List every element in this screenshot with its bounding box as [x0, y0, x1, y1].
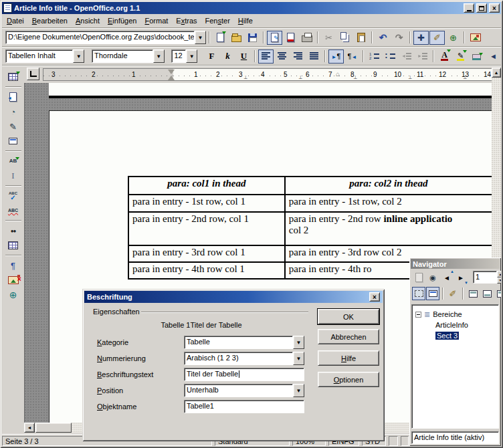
chevron-down-icon[interactable]: ▼: [186, 49, 197, 63]
open-button[interactable]: [229, 31, 244, 45]
cut-button[interactable]: ✂: [321, 31, 336, 45]
table-cell[interactable]: para in entry - 2nd row inline applicati…: [285, 212, 492, 245]
scroll-left-button[interactable]: ◄: [24, 423, 35, 433]
gallery-button[interactable]: [468, 31, 483, 45]
export-pdf-button[interactable]: [283, 31, 298, 45]
font-color-button[interactable]: A: [437, 49, 452, 64]
nav-set-reminder-button[interactable]: ✐: [446, 287, 460, 300]
font-name-combobox[interactable]: Thorndale ▼: [92, 49, 165, 63]
nonprinting-characters-button[interactable]: ¶: [5, 258, 22, 273]
menu-ansicht[interactable]: Ansicht: [72, 15, 104, 26]
beschriftungstext-input[interactable]: Titel der Tabelle: [184, 368, 304, 381]
table-cell[interactable]: para in entry - 1st row, col 1: [128, 195, 285, 212]
nav-previous-button[interactable]: ◄▲: [440, 271, 454, 284]
nav-next-button[interactable]: ►▼: [454, 271, 468, 284]
rtl-paragraph-button[interactable]: ¶◄: [344, 49, 360, 64]
navigator-title-bar[interactable]: Navigator: [411, 259, 500, 269]
ruler-margin-marker[interactable]: [168, 70, 175, 80]
nav-toggle-button[interactable]: [412, 271, 425, 284]
insert-object-button[interactable]: ◔: [5, 104, 22, 119]
nav-footer-button[interactable]: [480, 287, 494, 300]
data-sources-button[interactable]: [5, 238, 22, 253]
chevron-down-icon[interactable]: ▼: [73, 49, 84, 63]
dialog-title-bar[interactable]: Beschriftung ×: [84, 291, 383, 303]
spellcheck-button[interactable]: ABC✓: [5, 189, 22, 203]
table-header-cell[interactable]: para: col1 in thead: [128, 177, 285, 195]
objektname-input[interactable]: Tabelle1: [184, 400, 304, 413]
collapse-icon[interactable]: [415, 312, 421, 318]
undo-button[interactable]: ↶: [375, 31, 391, 45]
cancel-button[interactable]: Abbrechen: [318, 329, 379, 344]
auto-spellcheck-button[interactable]: ABC: [5, 203, 22, 218]
nummerierung-combobox[interactable]: Arabisch (1 2 3) ▼: [184, 352, 304, 365]
paragraph-style-combobox[interactable]: Tabellen Inhalt ▼: [5, 49, 84, 63]
minimize-button[interactable]: [464, 3, 474, 13]
font-size-value[interactable]: 12: [171, 49, 186, 63]
decrease-indent-button[interactable]: [399, 49, 414, 64]
redo-button[interactable]: ↷: [391, 31, 407, 45]
horizontal-ruler[interactable]: 3 2 1 1 2 3 4 5 6 7 8 9 10 11 12 13 14 ⊥…: [43, 68, 492, 81]
paragraph-style-value[interactable]: Tabellen Inhalt: [5, 49, 73, 63]
table-cell[interactable]: para in entry - 1st row, col 2: [285, 195, 492, 212]
copy-button[interactable]: [337, 31, 353, 45]
url-combobox[interactable]: D:\Eigene Dokumente\OpenOffice.org Zeugs…: [5, 31, 206, 44]
tree-item-sect3[interactable]: Sect 3: [413, 330, 497, 341]
find-replace-button[interactable]: ●●: [5, 223, 22, 238]
menu-extras[interactable]: Extras: [172, 15, 201, 26]
scrollbar-thumb[interactable]: [35, 423, 72, 433]
hyperlink-button[interactable]: ⊕: [445, 31, 461, 45]
nav-content-view-button[interactable]: [426, 287, 439, 300]
tree-item-articleinfo[interactable]: ArticleInfo: [413, 320, 497, 330]
font-size-combobox[interactable]: 12 ▼: [171, 49, 197, 63]
title-bar[interactable]: Article Info title - OpenOffice.org 1.1 …: [2, 2, 501, 14]
navigator-document-list[interactable]: Article Info title (aktiv): [411, 431, 499, 444]
form-functions-button[interactable]: [5, 134, 22, 148]
position-combobox[interactable]: Unterhalb ▼: [184, 384, 304, 397]
right-indent-marker[interactable]: ⌂: [336, 71, 340, 78]
draw-functions-button[interactable]: ✎: [5, 119, 22, 134]
help-button[interactable]: Hilfe: [318, 350, 379, 366]
align-left-button[interactable]: [258, 49, 274, 64]
bullet-list-button[interactable]: [383, 49, 398, 64]
table-cell[interactable]: para in entry - 2nd row, col 1: [128, 212, 285, 245]
url-dropdown-button[interactable]: ▼: [195, 31, 206, 44]
font-name-value[interactable]: Thorndale: [92, 49, 153, 63]
chevron-down-icon[interactable]: ▼: [293, 336, 304, 349]
save-button[interactable]: [245, 31, 260, 45]
toolbar-scroll-left-button[interactable]: ◄: [486, 49, 501, 64]
numbered-list-button[interactable]: [367, 49, 382, 64]
navigator-tree[interactable]: ≣ Bereiche ArticleInfo Sect 3: [411, 304, 499, 429]
direct-cursor-button[interactable]: I: [5, 169, 22, 183]
menu-format[interactable]: Format: [140, 15, 172, 26]
insert-table-button[interactable]: [5, 70, 22, 84]
edit-file-button[interactable]: ✎: [267, 31, 282, 45]
menu-datei[interactable]: Datei: [3, 15, 28, 26]
increase-indent-button[interactable]: [415, 49, 430, 64]
tree-label-selected[interactable]: Sect 3: [435, 332, 459, 340]
print-button[interactable]: [299, 31, 314, 45]
menu-hilfe[interactable]: Hilfe: [234, 15, 257, 26]
stylist-toggle-button[interactable]: ✐: [429, 31, 445, 45]
italic-button[interactable]: k: [220, 49, 235, 64]
paste-button[interactable]: [353, 31, 369, 45]
tree-label[interactable]: ArticleInfo: [435, 321, 468, 329]
chevron-down-icon[interactable]: ▼: [153, 49, 165, 63]
options-button[interactable]: Optionen: [318, 372, 379, 387]
align-center-button[interactable]: [274, 49, 290, 64]
table-header-cell[interactable]: para: col2 in thead: [285, 177, 492, 195]
insert-frame-button[interactable]: ◄: [5, 90, 22, 104]
kategorie-value[interactable]: Tabelle: [184, 336, 293, 349]
new-document-button[interactable]: [213, 31, 228, 45]
navigator-toggle-button[interactable]: ✚: [413, 31, 429, 45]
nav-listbox-toggle-button[interactable]: [412, 287, 425, 300]
bold-button[interactable]: F: [204, 49, 219, 64]
online-layout-button[interactable]: ⊕: [5, 288, 22, 302]
ok-button[interactable]: OK: [318, 309, 379, 324]
align-justify-button[interactable]: [306, 49, 322, 64]
tree-item-bereiche[interactable]: ≣ Bereiche: [413, 309, 497, 320]
page-number-value[interactable]: 1: [473, 271, 497, 284]
nav-navigation-button[interactable]: ◉: [426, 271, 439, 284]
underline-button[interactable]: U: [236, 49, 252, 64]
menu-fenster[interactable]: Fenster: [201, 15, 234, 26]
table-cell[interactable]: para in entry - 4th row col 1: [128, 262, 285, 279]
